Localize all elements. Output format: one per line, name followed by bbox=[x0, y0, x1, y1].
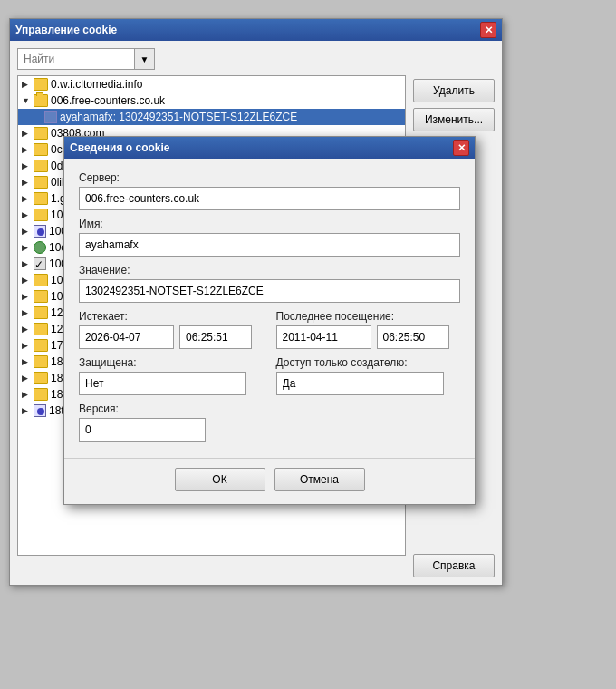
date-row: Истекает: Последнее посещение: bbox=[79, 310, 460, 349]
arrow-icon: ▶ bbox=[22, 276, 31, 285]
expires-label: Истекает: bbox=[79, 310, 264, 323]
delete-button[interactable]: Удалить bbox=[413, 79, 495, 102]
arrow-icon: ▶ bbox=[22, 227, 31, 236]
protected-row: Защищена: Доступ только создателю: bbox=[79, 356, 460, 395]
protected-input[interactable] bbox=[79, 372, 246, 395]
folder-icon bbox=[34, 274, 48, 286]
cancel-button[interactable]: Отмена bbox=[274, 468, 365, 491]
arrow-icon: ▶ bbox=[22, 357, 31, 366]
search-dropdown-arrow[interactable]: ▼ bbox=[135, 48, 155, 70]
check-icon: ✓ bbox=[34, 257, 46, 270]
special-icon bbox=[34, 225, 46, 238]
arrow-icon: ▶ bbox=[22, 341, 31, 350]
arrow-icon: ▶ bbox=[22, 145, 31, 154]
arrow-icon: ▶ bbox=[22, 292, 31, 301]
help-button[interactable]: Справка bbox=[413, 554, 495, 577]
arrow-icon: ▶ bbox=[22, 308, 31, 317]
folder-icon bbox=[34, 372, 48, 384]
main-window-title: Управление cookie bbox=[15, 24, 117, 36]
server-field: Сервер: bbox=[79, 171, 460, 210]
tree-item-label: 006.free-counters.co.uk bbox=[51, 94, 165, 107]
main-title-bar: Управление cookie ✕ bbox=[10, 19, 502, 41]
modify-button[interactable]: Изменить... bbox=[413, 108, 495, 131]
expires-time-input[interactable] bbox=[179, 325, 252, 349]
folder-icon bbox=[34, 355, 48, 368]
arrow-icon: ▶ bbox=[22, 210, 31, 219]
arrow-icon: ▶ bbox=[22, 129, 31, 138]
value-label: Значение: bbox=[79, 264, 460, 277]
modal-title-bar: Сведения о cookie ✕ bbox=[64, 137, 475, 159]
folder-open-icon bbox=[34, 94, 48, 107]
tree-item-ayahamafx[interactable]: ayahamafx: 1302492351-NOTSET-S12ZLE6ZCE bbox=[18, 109, 405, 125]
name-input[interactable] bbox=[79, 233, 460, 257]
ok-button[interactable]: ОК bbox=[175, 468, 265, 491]
arrow-icon: ▼ bbox=[22, 96, 31, 105]
file-icon bbox=[44, 111, 57, 123]
folder-icon bbox=[34, 388, 48, 401]
search-bar: ▼ bbox=[17, 48, 495, 70]
name-field: Имя: bbox=[79, 218, 460, 257]
folder-icon bbox=[34, 306, 48, 319]
protected-field: Защищена: bbox=[79, 356, 264, 395]
tree-item-label: 18t bbox=[49, 404, 64, 417]
version-input[interactable] bbox=[79, 418, 206, 442]
version-field: Версия: bbox=[79, 403, 460, 442]
value-field: Значение: bbox=[79, 264, 460, 303]
arrow-icon: ▶ bbox=[22, 178, 31, 187]
arrow-icon: ▶ bbox=[22, 390, 31, 399]
modal-content: Сервер: Имя: Значение: Истекает: bbox=[64, 159, 475, 454]
server-label: Сервер: bbox=[79, 171, 460, 184]
folder-icon bbox=[34, 143, 48, 156]
world-icon bbox=[34, 241, 46, 254]
tree-item-label: 0.w.i.cltomedia.info bbox=[51, 78, 142, 91]
special-icon bbox=[34, 404, 46, 417]
arrow-icon: ▶ bbox=[22, 161, 31, 170]
modal-buttons: ОК Отмена bbox=[64, 458, 475, 504]
search-input[interactable] bbox=[17, 48, 135, 70]
arrow-icon: ▶ bbox=[22, 259, 31, 268]
server-input[interactable] bbox=[79, 187, 460, 210]
last-visit-inputs bbox=[276, 325, 461, 349]
value-input[interactable] bbox=[79, 279, 460, 303]
folder-icon bbox=[34, 323, 48, 335]
expires-date-input[interactable] bbox=[79, 325, 174, 349]
last-visit-label: Последнее посещение: bbox=[276, 310, 461, 323]
main-close-button[interactable]: ✕ bbox=[480, 22, 496, 38]
folder-icon bbox=[34, 78, 48, 91]
creator-only-label: Доступ только создателю: bbox=[276, 356, 461, 369]
version-label: Версия: bbox=[79, 403, 460, 415]
creator-only-field: Доступ только создателю: bbox=[276, 356, 461, 395]
expires-field: Истекает: bbox=[79, 310, 264, 349]
expires-inputs bbox=[79, 325, 264, 349]
creator-only-input[interactable] bbox=[276, 372, 444, 395]
last-visit-date-input[interactable] bbox=[276, 325, 371, 349]
arrow-icon: ▶ bbox=[22, 80, 31, 89]
tree-item-0wi[interactable]: ▶ 0.w.i.cltomedia.info bbox=[18, 76, 405, 92]
folder-icon bbox=[34, 127, 48, 140]
arrow-icon: ▶ bbox=[22, 406, 31, 415]
name-label: Имя: bbox=[79, 218, 460, 230]
last-visit-time-input[interactable] bbox=[377, 325, 449, 349]
last-visit-field: Последнее посещение: bbox=[276, 310, 461, 349]
folder-icon bbox=[34, 339, 48, 352]
tree-item-label: ayahamafx: 1302492351-NOTSET-S12ZLE6ZCE bbox=[60, 111, 297, 123]
arrow-icon: ▶ bbox=[22, 325, 31, 334]
arrow-icon: ▶ bbox=[22, 374, 31, 383]
folder-icon bbox=[34, 290, 48, 303]
cookie-details-modal: Сведения о cookie ✕ Сервер: Имя: Значени… bbox=[63, 136, 476, 505]
folder-icon bbox=[34, 160, 48, 172]
folder-icon bbox=[34, 192, 48, 205]
arrow-icon: ▶ bbox=[22, 194, 31, 203]
modal-close-button[interactable]: ✕ bbox=[453, 140, 469, 156]
modal-title: Сведения о cookie bbox=[70, 141, 170, 154]
tree-item-006[interactable]: ▼ 006.free-counters.co.uk bbox=[18, 92, 405, 109]
folder-icon bbox=[34, 176, 48, 189]
protected-label: Защищена: bbox=[79, 356, 264, 369]
folder-icon bbox=[34, 209, 48, 221]
arrow-icon: ▶ bbox=[22, 243, 31, 252]
